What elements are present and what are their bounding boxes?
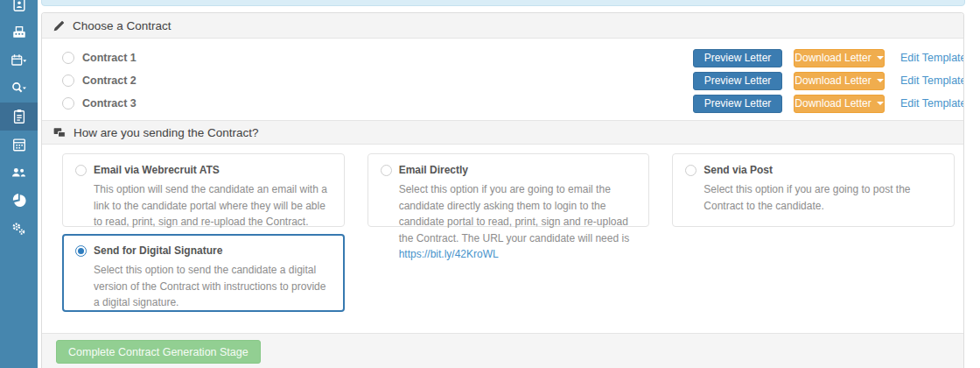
section-title: Choose a Contract — [73, 19, 172, 32]
sidebar-item-reports[interactable] — [0, 187, 38, 215]
calendar-icon — [11, 137, 27, 152]
contract-3-radio[interactable] — [62, 97, 74, 110]
chevron-down-icon — [877, 79, 884, 82]
sidebar-item-settings[interactable] — [0, 215, 38, 243]
edit-template-link[interactable]: Edit Template — [900, 74, 953, 87]
panel-footer: Complete Contract Generation Stage — [42, 333, 963, 368]
send-via-post-radio[interactable] — [685, 165, 696, 176]
info-alert-strip — [41, 0, 965, 6]
option-label: Email Directly — [399, 164, 468, 176]
edit-template-link[interactable]: Edit Template — [900, 52, 953, 64]
option-description: Select this option to send the candidate… — [94, 262, 332, 311]
spacer — [42, 312, 963, 333]
contract-list: Contract 1 Preview Letter Download Lette… — [42, 39, 963, 115]
sidebar-item-tasks[interactable] — [0, 103, 38, 131]
option-email-directly[interactable]: Email Directly Select this option if you… — [368, 153, 650, 227]
download-letter-button[interactable]: Download Letter — [794, 72, 885, 90]
edit-template-link[interactable]: Edit Template — [900, 97, 953, 110]
contract-2-radio[interactable] — [62, 74, 74, 87]
option-digital-signature[interactable]: Send for Digital Signature Select this o… — [62, 234, 345, 312]
chevron-down-icon — [877, 102, 884, 105]
contract-label: Contract 1 — [82, 52, 136, 64]
sidebar-item-search-menu[interactable] — [0, 74, 38, 103]
contract-panel: Choose a Contract Contract 1 Preview Let… — [41, 12, 964, 368]
calendar-dropdown-icon — [10, 53, 27, 68]
sidebar-item-users[interactable] — [0, 159, 38, 187]
search-dropdown-icon — [10, 81, 27, 96]
digital-signature-radio[interactable] — [75, 245, 87, 257]
pie-chart-icon — [11, 193, 27, 209]
contract-1-radio[interactable] — [62, 52, 74, 64]
pencil-icon — [52, 19, 66, 32]
option-email-via-ats[interactable]: Email via Webrecruit ATS This option wil… — [62, 153, 345, 227]
sidebar — [0, 0, 38, 368]
email-directly-radio[interactable] — [381, 165, 392, 176]
contract-row: Contract 1 Preview Letter Download Lette… — [62, 46, 953, 69]
sending-options: Email via Webrecruit ATS This option wil… — [42, 145, 963, 312]
download-letter-button[interactable]: Download Letter — [794, 49, 885, 67]
contract-label: Contract 2 — [82, 74, 136, 87]
fax-icon — [11, 25, 27, 40]
email-via-ats-radio[interactable] — [75, 165, 87, 176]
cogs-icon — [10, 221, 27, 237]
app-window: Choose a Contract Contract 1 Preview Let… — [0, 0, 980, 368]
preview-letter-button[interactable]: Preview Letter — [693, 49, 782, 67]
sidebar-item-calendar-menu[interactable] — [0, 46, 38, 74]
option-label: Send via Post — [704, 164, 773, 176]
address-book-icon — [11, 0, 27, 12]
option-send-via-post[interactable]: Send via Post Select this option if you … — [672, 153, 955, 227]
contract-row: Contract 3 Preview Letter Download Lette… — [62, 92, 953, 115]
sidebar-item-fax[interactable] — [0, 18, 38, 46]
option-description: Select this option if you are going to e… — [399, 181, 637, 263]
sending-method-heading: How are you sending the Contract? — [42, 120, 963, 145]
section-title: How are you sending the Contract? — [74, 126, 259, 139]
users-icon — [10, 165, 27, 180]
choose-contract-heading: Choose a Contract — [42, 13, 963, 39]
sidebar-item-calendar[interactable] — [0, 131, 38, 159]
option-label: Send for Digital Signature — [94, 244, 222, 257]
complete-stage-button[interactable]: Complete Contract Generation Stage — [56, 340, 261, 364]
chevron-down-icon — [877, 56, 884, 60]
download-letter-button[interactable]: Download Letter — [794, 95, 885, 113]
option-label: Email via Webrecruit ATS — [94, 164, 220, 176]
clipboard-icon — [11, 109, 27, 124]
contract-row: Contract 2 Preview Letter Download Lette… — [62, 69, 953, 92]
preview-letter-button[interactable]: Preview Letter — [693, 72, 782, 90]
candidate-portal-url-link[interactable]: https://bit.ly/42KroWL — [399, 248, 499, 260]
sidebar-item-contacts[interactable] — [0, 0, 38, 18]
preview-letter-button[interactable]: Preview Letter — [693, 95, 782, 113]
send-icon — [52, 126, 66, 139]
contract-label: Contract 3 — [82, 97, 136, 110]
option-description: This option will send the candidate an e… — [94, 181, 332, 230]
option-description: Select this option if you are going to p… — [704, 181, 942, 214]
